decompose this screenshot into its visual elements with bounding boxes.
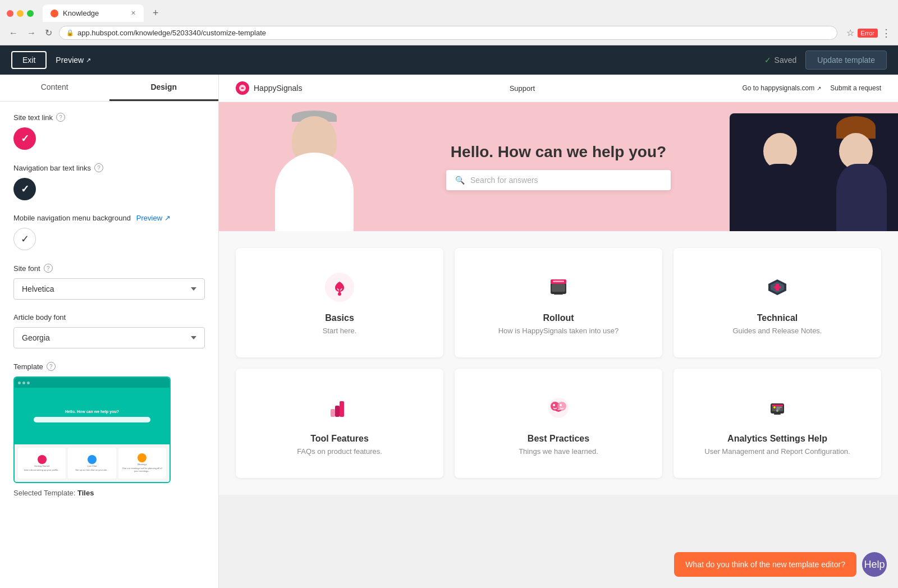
- update-template-button[interactable]: Update template: [805, 50, 887, 70]
- category-card-technical[interactable]: Technical Guides and Release Notes.: [674, 248, 881, 357]
- rollout-icon: [542, 270, 575, 304]
- template-label: Template ?: [13, 362, 205, 371]
- template-info-icon[interactable]: ?: [47, 362, 56, 371]
- mini-card-icon-2: [88, 455, 97, 464]
- site-header-actions: Go to happysignals.com ↗ Submit a reques…: [743, 84, 881, 92]
- template-mini-bar: [15, 378, 169, 388]
- technical-icon: [760, 270, 794, 304]
- basics-name: Basics: [325, 313, 354, 323]
- tab-favicon: [51, 10, 58, 17]
- hero-search-icon: 🔍: [455, 176, 465, 185]
- category-card-basics[interactable]: Basics Start here.: [236, 248, 443, 357]
- template-preview-box[interactable]: Hello. How can we help you? Getting Star…: [13, 376, 171, 483]
- hero-overlay: Hello. How can we help you? 🔍 Search for…: [219, 102, 898, 231]
- browser-titlebar: Knowledge ✕ +: [0, 0, 898, 22]
- minimize-dot[interactable]: [17, 10, 24, 17]
- nav-bar-text-links-group: Navigation bar text links ? ✓: [13, 163, 205, 200]
- nav-bar-text-links-label: Navigation bar text links ?: [13, 163, 205, 172]
- url-text: app.hubspot.com/knowledge/5203340/custom…: [77, 29, 266, 37]
- address-bar[interactable]: 🔒 app.hubspot.com/knowledge/5203340/cust…: [59, 26, 837, 40]
- error-badge: Error: [858, 29, 878, 38]
- mini-card-desc-1: Learn about setting up your profile...: [24, 469, 60, 472]
- mini-card-icon-3: [138, 453, 146, 462]
- preview-button[interactable]: Preview ↗: [56, 56, 91, 65]
- maximize-dot[interactable]: [27, 10, 34, 17]
- preview-site: HappySignals Support Go to happysignals.…: [219, 75, 898, 495]
- logo-icon: [236, 81, 249, 95]
- mini-card-label-1: Getting Started: [34, 465, 49, 468]
- site-font-select[interactable]: Helvetica Arial Georgia Times New Roman …: [13, 278, 205, 300]
- chat-widget: What do you think of the new template ed…: [674, 552, 887, 577]
- close-dot[interactable]: [7, 10, 13, 17]
- site-font-label: Site font ?: [13, 264, 205, 273]
- preview-label: Preview: [56, 56, 84, 65]
- exit-button[interactable]: Exit: [11, 51, 47, 69]
- add-tab-button[interactable]: +: [148, 5, 163, 21]
- svg-rect-26: [776, 408, 780, 410]
- site-nav: Support: [510, 84, 535, 93]
- more-options-icon[interactable]: ⋮: [881, 27, 891, 39]
- chat-bubble[interactable]: What do you think of the new template ed…: [674, 552, 856, 577]
- template-group: Template ? Hello. How can we help you?: [13, 362, 205, 497]
- mini-hero-title: Hello. How can we help you?: [65, 410, 119, 414]
- category-card-analytics[interactable]: Analytics Settings Help User Management …: [674, 369, 881, 478]
- svg-point-19: [553, 404, 555, 406]
- site-text-link-group: Site text link ? ✓: [13, 113, 205, 150]
- site-font-info-icon[interactable]: ?: [44, 264, 53, 273]
- svg-rect-12: [776, 284, 779, 291]
- category-card-tool[interactable]: Tool Features FAQs on product features.: [236, 369, 443, 478]
- saved-label: Saved: [775, 56, 797, 65]
- hero-search-bar[interactable]: 🔍 Search for answers: [446, 170, 671, 190]
- svg-rect-3: [339, 290, 341, 294]
- main-layout: Content Design Site text link ? ✓ Naviga…: [0, 75, 898, 588]
- tab-close-button[interactable]: ✕: [131, 10, 136, 17]
- left-panel: Content Design Site text link ? ✓ Naviga…: [0, 75, 219, 588]
- forward-button[interactable]: →: [25, 26, 38, 40]
- nav-bar-info-icon[interactable]: ?: [94, 163, 103, 172]
- mobile-nav-preview-link[interactable]: Preview ↗: [136, 214, 171, 222]
- browser-tab[interactable]: Knowledge ✕: [43, 4, 144, 22]
- nav-bar-color-swatch[interactable]: ✓: [13, 178, 36, 200]
- technical-name: Technical: [757, 313, 798, 323]
- browser-chrome: Knowledge ✕ + ← → ↻ 🔒 app.hubspot.com/kn…: [0, 0, 898, 45]
- svg-rect-7: [553, 281, 564, 282]
- panel-tabs: Content Design: [0, 75, 218, 102]
- analytics-name: Analytics Settings Help: [727, 434, 827, 444]
- submit-request-link[interactable]: Submit a request: [830, 84, 881, 92]
- external-icon-1: ↗: [817, 85, 821, 91]
- site-text-link-info-icon[interactable]: ?: [56, 113, 65, 122]
- article-body-font-select[interactable]: Georgia Helvetica Arial Times New Roman …: [13, 327, 205, 348]
- site-text-link-label: Site text link ?: [13, 113, 205, 122]
- hero-title: Hello. How can we help you?: [451, 143, 666, 161]
- mini-card-desc-3: Use our meetings tool for planning all o…: [121, 467, 164, 473]
- saved-checkmark-icon: ✓: [764, 56, 771, 65]
- refresh-button[interactable]: ↻: [43, 25, 54, 40]
- category-card-practices[interactable]: Best Practices Things we have learned.: [455, 369, 662, 478]
- practices-desc: Things we have learned.: [519, 447, 598, 456]
- nav-swatch-check-icon: ✓: [21, 183, 29, 195]
- template-mini-content: Hello. How can we help you?: [15, 388, 169, 444]
- site-text-link-color-swatch[interactable]: ✓: [13, 127, 36, 150]
- basics-icon: [323, 270, 356, 304]
- tool-desc: FAQs on product features.: [297, 447, 382, 456]
- mini-card-desc-2: Set up our live chat on your site...: [75, 469, 108, 472]
- mobile-nav-bg-swatch[interactable]: ✓: [13, 228, 36, 250]
- help-button[interactable]: Help: [862, 552, 887, 577]
- tab-content[interactable]: Content: [0, 75, 109, 101]
- category-card-rollout[interactable]: Rollout How is HappySignals taken into u…: [455, 248, 662, 357]
- panel-content: Site text link ? ✓ Navigation bar text l…: [0, 102, 218, 522]
- svg-rect-14: [335, 406, 340, 417]
- svg-point-18: [557, 402, 566, 411]
- support-nav-link[interactable]: Support: [510, 84, 535, 93]
- selected-template-value: Tiles: [77, 489, 94, 497]
- mini-card-label-3: Meetings: [138, 463, 146, 466]
- mobile-nav-bg-group: Mobile navigation menu background Previe…: [13, 214, 205, 250]
- star-icon[interactable]: ☆: [846, 27, 854, 38]
- back-button[interactable]: ←: [7, 26, 20, 40]
- go-to-site-link[interactable]: Go to happysignals.com ↗: [743, 84, 822, 92]
- rollout-name: Rollout: [543, 313, 574, 323]
- saved-indicator: ✓ Saved: [764, 56, 797, 65]
- tool-name: Tool Features: [310, 434, 369, 444]
- mini-card-2: Live Chat Set up our live chat on your s…: [68, 448, 116, 479]
- tab-design[interactable]: Design: [109, 75, 219, 101]
